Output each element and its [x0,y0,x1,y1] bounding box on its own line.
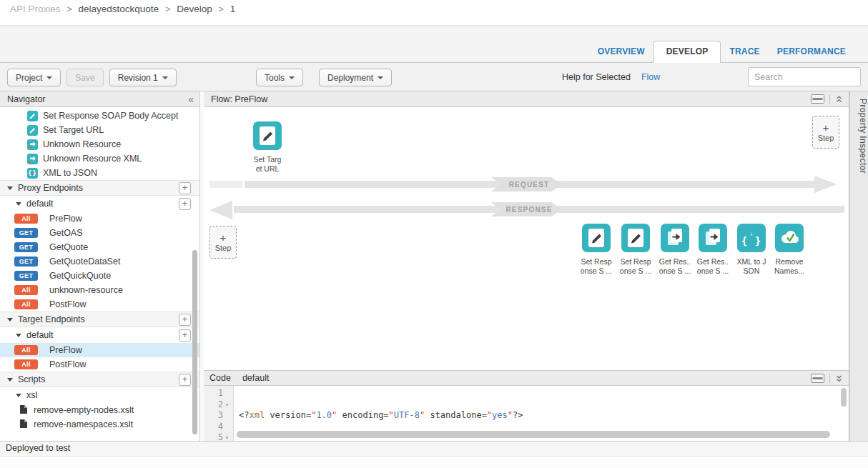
save-button[interactable]: Save [66,69,103,86]
xml-to-json-step-icon: ↓ { } [737,224,766,252]
tab-trace[interactable]: TRACE [721,41,768,62]
proxy-endpoint-default[interactable]: default [0,196,199,211]
pencil-step-icon [621,224,650,252]
add-flow-button[interactable] [179,329,191,342]
tab-overview[interactable]: OVERVIEW [589,41,654,62]
breadcrumb-item[interactable]: Develop [177,4,212,14]
file-icon [20,405,27,416]
code-tab-default[interactable]: default [242,373,270,383]
flow-step-response[interactable]: ↓ { } XML to J SON [732,224,771,276]
request-lane-stub [209,181,242,188]
nav-policy-item[interactable]: Set Response SOAP Body Accept [0,109,199,123]
tools-menu-button[interactable]: Tools [256,69,303,86]
request-arrow-icon [814,176,837,193]
divider [829,373,830,383]
section-proxy-endpoints[interactable]: Proxy Endpoints [0,180,199,196]
footer-strip [0,456,868,468]
code-editor[interactable]: 1 2▾ 3 4 5▾ <?xml version="1.0" encoding… [204,386,849,441]
tab-bar: OVERVIEW DEVELOP TRACE PERFORMANCE [0,26,868,63]
help-flow-link[interactable]: Flow [641,72,660,82]
caret-down-icon [16,394,21,397]
deployment-menu-button[interactable]: Deployment [319,69,392,86]
pencil-icon [27,111,38,121]
tab-develop[interactable]: DEVELOP [654,41,721,63]
flow-step-response[interactable]: Remove Names... [770,224,809,276]
add-step-button[interactable]: + Step [209,226,237,259]
tab-performance[interactable]: PERFORMANCE [769,41,854,62]
add-flow-button[interactable] [179,198,191,210]
plus-icon: + [220,233,227,242]
arrow-icon [27,154,38,164]
file-icon [20,419,27,430]
nav-flow-item[interactable]: GET GetQuote [0,240,199,254]
breadcrumb-item[interactable]: 1 [230,4,236,14]
navigator-header: Navigator « [0,91,199,107]
add-script-button[interactable] [179,374,191,386]
add-target-endpoint-button[interactable] [179,314,191,326]
method-badge: All [14,359,38,369]
split-pane-icon[interactable] [811,374,824,383]
target-endpoint-default[interactable]: default [0,327,199,343]
plus-icon: + [823,123,829,132]
navigator-panel: Navigator « Set Response SOAP Body Accep… [0,91,200,441]
flow-panel-header: Flow: PreFlow [204,91,849,107]
split-pane-icon[interactable] [811,94,824,104]
response-arrow-icon [209,201,232,219]
breadcrumb-separator: > [165,4,170,14]
revision-menu-button[interactable]: Revision 1 [109,69,177,86]
breadcrumb-item[interactable]: API Proxies [10,4,61,14]
nav-flow-item-selected[interactable]: All PreFlow [0,343,199,357]
braces-icon: {} [27,168,38,179]
nav-flow-item[interactable]: All PostFlow [0,297,199,312]
nav-policy-item[interactable]: Set Target URL [0,123,199,137]
nav-flow-item[interactable]: GET GetQuoteDataSet [0,254,199,269]
nav-policy-item[interactable]: Unknown Resource [0,137,199,151]
nav-policy-item[interactable]: Unknown Resource XML [0,151,199,166]
code-panel-label: Code [209,373,231,383]
pencil-icon [27,125,38,136]
scripts-group-xsl[interactable]: xsl [0,387,199,403]
nav-flow-item[interactable]: All PostFlow [0,357,199,372]
fold-caret-icon[interactable]: ▾ [225,432,231,441]
section-scripts[interactable]: Scripts [0,372,199,387]
section-target-endpoints[interactable]: Target Endpoints [0,312,199,327]
navigator-scrollbar[interactable] [192,250,197,434]
add-proxy-endpoint-button[interactable] [179,182,191,194]
flow-step-response[interactable]: Get Res.. onse S ... [656,224,694,276]
add-step-button[interactable]: + Step [812,116,839,149]
extract-step-icon [699,224,727,252]
flow-step-response[interactable]: Set Resp onse S ... [577,224,616,276]
flow-canvas[interactable]: Set Targ et URL + Step REQUEST RESPONSE … [204,107,849,370]
toolbar: Project Save Revision 1 Tools Deployment… [0,63,868,91]
collapse-panel-icon[interactable]: « [188,94,194,104]
nav-script-file[interactable]: remove-empty-nodes.xslt [0,403,199,417]
nav-flow-item[interactable]: All PreFlow [0,211,199,226]
collapse-up-icon[interactable] [835,95,843,103]
caret-down-icon [7,318,13,322]
nav-policy-item[interactable]: {} XML to JSON [0,166,199,180]
nav-flow-item[interactable]: GET GetQuickQuote [0,269,199,283]
code-horizontal-scrollbar[interactable] [237,431,830,438]
caret-down-icon [16,202,21,206]
caret-down-icon [46,76,52,79]
nav-flow-item[interactable]: GET GetOAS [0,226,199,240]
property-inspector-title: Property Inspector [858,99,868,174]
flow-step-set-target-url[interactable]: Set Targ et URL [248,121,287,174]
flow-step-response[interactable]: Get Res.. onse S ... [694,224,732,276]
collapse-down-icon[interactable] [835,374,843,382]
property-inspector-strip[interactable]: Property Inspector [849,91,868,441]
flow-step-response[interactable]: Set Resp onse S ... [616,224,655,276]
caret-down-icon [7,378,13,382]
code-vertical-scrollbar[interactable] [841,388,847,407]
request-label: REQUEST [491,177,561,191]
nav-flow-item[interactable]: All unknown-resource [0,283,199,297]
method-badge: GET [14,271,38,281]
project-menu-button[interactable]: Project [7,69,61,86]
breadcrumb-item[interactable]: delayedstockquote [79,4,159,14]
deployment-status: Deployed to test [6,443,70,453]
search-input[interactable] [748,67,861,86]
nav-script-file[interactable]: remove-namespaces.xslt [0,417,199,432]
fold-caret-icon[interactable]: ▾ [225,399,231,411]
navigator-title: Navigator [7,94,46,104]
status-bar: Deployed to test [0,441,868,456]
